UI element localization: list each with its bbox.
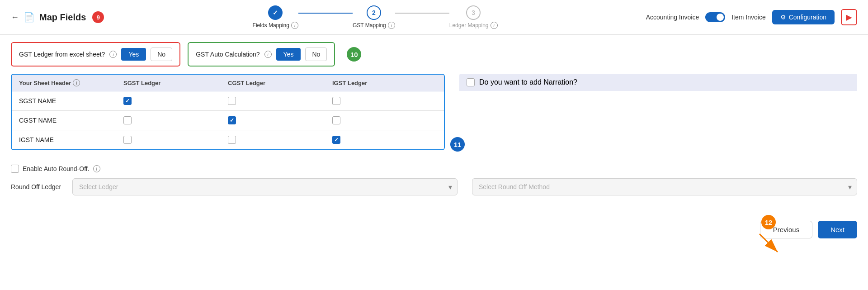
sheet-header-info-icon[interactable]: i	[73, 79, 80, 86]
narration-checkbox[interactable]	[467, 78, 475, 86]
gst-ledger-question-box: GST Ledger from excel sheet? i Yes No	[11, 42, 180, 67]
gst-table: Your Sheet Header i SGST Ledger CGST Led…	[11, 74, 445, 150]
sgst-cgst-checkbox[interactable]	[228, 97, 236, 105]
badge-11: 11	[450, 137, 465, 152]
col-header-cgst: CGST Ledger	[228, 79, 332, 86]
step-2-info-icon[interactable]: i	[388, 22, 395, 29]
row-1-sgst[interactable]	[123, 97, 228, 105]
select-ledger-wrapper: Select Ledger ▾	[72, 178, 458, 195]
badge-9: 9	[92, 11, 104, 23]
badge-12-container: 12	[755, 215, 782, 257]
item-invoice-label: Item Invoice	[731, 14, 765, 21]
gst-ledger-info-icon[interactable]: i	[109, 51, 117, 58]
badge-12: 12	[761, 215, 776, 229]
back-button[interactable]: ←	[11, 13, 19, 22]
select-ledger-dropdown[interactable]: Select Ledger	[72, 178, 458, 195]
col-header-sheet: Your Sheet Header i	[19, 79, 123, 86]
question-row: GST Ledger from excel sheet? i Yes No GS…	[11, 42, 857, 67]
roundoff-info-icon[interactable]: i	[93, 165, 100, 172]
select-method-wrapper: Select Round Off Method ▾	[472, 178, 857, 195]
step-3-circle: 3	[466, 5, 481, 20]
gst-auto-no-button[interactable]: No	[305, 48, 327, 61]
next-button[interactable]: Next	[818, 221, 857, 238]
step-1-circle: ✓	[268, 5, 283, 20]
step-2-circle: 2	[367, 5, 381, 20]
bottom-bar: Previous Next	[11, 214, 857, 238]
gst-auto-yes-button[interactable]: Yes	[276, 48, 301, 61]
narration-row: Do you want to add Narration?	[459, 74, 857, 91]
narration-label: Do you want to add Narration?	[479, 78, 577, 86]
step-line-1	[298, 13, 353, 14]
row-2-cgst[interactable]	[228, 116, 332, 124]
doc-icon: 📄	[24, 12, 35, 23]
col-header-igst: IGST Ledger	[332, 79, 437, 86]
row-3-name: IGST NAME	[19, 136, 123, 143]
gst-auto-question-text: GST Auto Calculation?	[196, 51, 259, 58]
cgst-cgst-checkbox[interactable]	[228, 116, 236, 124]
row-1-cgst[interactable]	[228, 97, 332, 105]
select-row: Round Off Ledger Select Ledger ▾ Select …	[11, 178, 857, 195]
svg-line-1	[760, 234, 778, 252]
arrow-annotation-svg	[755, 229, 782, 257]
step-3-label: Ledger Mapping i	[449, 22, 498, 29]
table-row: SGST NAME	[12, 91, 444, 111]
step-3: 3 Ledger Mapping i	[449, 5, 498, 29]
roundoff-row: Enable Auto Round-Off. i	[11, 165, 857, 173]
header: ← 📄 Map Fields 9 ✓ Fields Mapping i 2 GS…	[0, 0, 868, 35]
cgst-igst-checkbox[interactable]	[332, 116, 340, 124]
accounting-invoice-label: Accounting Invoice	[646, 14, 699, 21]
cgst-sgst-checkbox[interactable]	[123, 116, 132, 124]
step-2-label: GST Mapping i	[353, 22, 395, 29]
row-2-sgst[interactable]	[123, 116, 228, 124]
page-title: Map Fields	[39, 12, 86, 23]
roundoff-label: Enable Auto Round-Off.	[23, 165, 90, 172]
gst-ledger-question-text: GST Ledger from excel sheet?	[19, 51, 105, 58]
gst-auto-info-icon[interactable]: i	[264, 51, 272, 58]
step-1-info-icon[interactable]: i	[291, 22, 298, 29]
youtube-icon: ▶	[846, 12, 852, 22]
igst-sgst-checkbox[interactable]	[123, 136, 132, 144]
accounting-toggle[interactable]	[705, 12, 725, 22]
row-1-name: SGST NAME	[19, 97, 123, 105]
round-off-ledger-label: Round Off Ledger	[11, 183, 65, 190]
sgst-igst-checkbox[interactable]	[332, 97, 340, 105]
badge-11-container: 11	[450, 137, 465, 152]
sgst-sgst-checkbox[interactable]	[123, 97, 132, 105]
header-right: Accounting Invoice Item Invoice ⚙ Config…	[646, 9, 857, 25]
youtube-button[interactable]: ▶	[841, 9, 857, 25]
configuration-button[interactable]: ⚙ Configuration	[772, 10, 835, 24]
gst-ledger-no-button[interactable]: No	[151, 48, 172, 61]
roundoff-checkbox[interactable]	[11, 165, 19, 173]
main-content: GST Ledger from excel sheet? i Yes No GS…	[0, 35, 868, 290]
igst-cgst-checkbox[interactable]	[228, 136, 236, 144]
step-2: 2 GST Mapping i	[353, 5, 395, 29]
table-header: Your Sheet Header i SGST Ledger CGST Led…	[12, 75, 444, 91]
step-line-2	[395, 13, 449, 14]
row-1-igst[interactable]	[332, 97, 437, 105]
step-3-info-icon[interactable]: i	[491, 22, 498, 29]
header-left: ← 📄 Map Fields 9	[11, 11, 104, 23]
row-2-name: CGST NAME	[19, 117, 123, 124]
table-row: IGST NAME	[12, 130, 444, 149]
row-3-igst[interactable]	[332, 136, 437, 144]
gst-ledger-yes-button[interactable]: Yes	[121, 48, 146, 61]
row-2-igst[interactable]	[332, 116, 437, 124]
igst-igst-checkbox[interactable]	[332, 136, 340, 144]
badge-10: 10	[347, 47, 361, 62]
col-header-sgst: SGST Ledger	[123, 79, 228, 86]
row-3-cgst[interactable]	[228, 136, 332, 144]
gst-auto-question-box: GST Auto Calculation? i Yes No	[188, 42, 335, 67]
select-method-dropdown[interactable]: Select Round Off Method	[472, 178, 857, 195]
right-panel: Do you want to add Narration?	[459, 74, 857, 157]
step-1: ✓ Fields Mapping i	[253, 5, 298, 29]
step-1-label: Fields Mapping i	[253, 22, 298, 29]
config-icon: ⚙	[780, 14, 786, 21]
row-3-sgst[interactable]	[123, 136, 228, 144]
table-row: CGST NAME	[12, 111, 444, 130]
stepper: ✓ Fields Mapping i 2 GST Mapping i 3 Led…	[113, 5, 637, 29]
